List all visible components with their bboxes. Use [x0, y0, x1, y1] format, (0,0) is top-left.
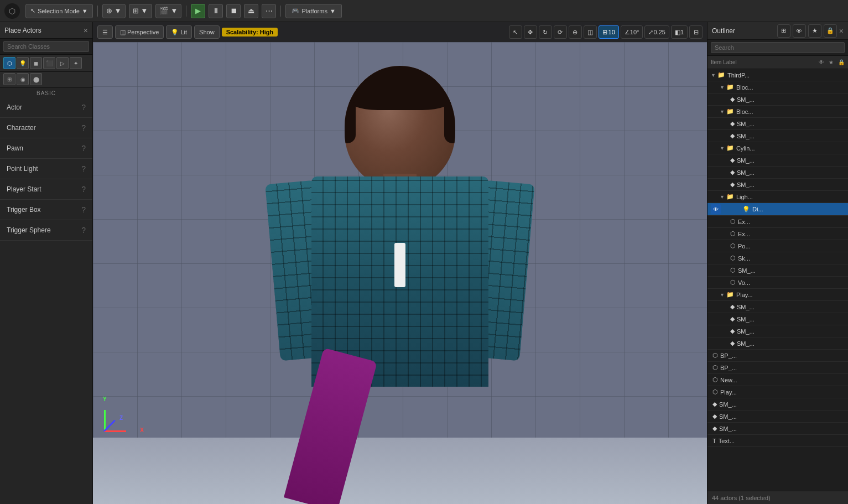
tree-item-sm6[interactable]: ◆ SM_...	[707, 179, 848, 191]
tree-item-ex1[interactable]: ⬡ Ex...	[707, 216, 848, 228]
tree-item-sm5[interactable]: ◆ SM_...	[707, 167, 848, 179]
tree-vis-di[interactable]: 👁	[711, 204, 721, 214]
selection-mode-btn[interactable]: ↖ Selection Mode ▼	[25, 4, 93, 18]
tree-item-ex2[interactable]: ⬡ Ex...	[707, 228, 848, 240]
tree-item-bp2[interactable]: ⬡ BP_...	[707, 362, 848, 374]
snap-btn[interactable]: ⊞ ▼	[129, 4, 152, 18]
eject-btn[interactable]: ⏏	[244, 4, 258, 18]
tree-arrow[interactable]: ▼	[720, 146, 725, 151]
outliner-search-input[interactable]	[711, 42, 845, 53]
scale-value-display: ⤢ 0.25	[644, 25, 669, 39]
outliner-star-btn[interactable]: ★	[808, 24, 821, 38]
orbit-tool-btn[interactable]: ⟳	[554, 25, 567, 39]
filter-extra1-btn[interactable]: ⊞	[3, 73, 15, 85]
tree-item-sm12[interactable]: ◆ SM_...	[707, 398, 848, 411]
tree-item-text1[interactable]: T Text...	[707, 435, 848, 447]
show-btn[interactable]: Show	[194, 25, 220, 39]
tree-item-sm9[interactable]: ◆ SM_...	[707, 313, 848, 325]
actor-item-pawn[interactable]: Pawn ?	[0, 138, 92, 159]
lit-btn[interactable]: 💡 Lit	[166, 25, 192, 39]
tree-item-di[interactable]: 👁 💡 Di...	[707, 203, 848, 216]
tree-name-sk: Sk...	[738, 255, 750, 262]
move-tool-btn[interactable]: ✥	[524, 25, 537, 39]
tree-item-sm7[interactable]: ⬡ SM_...	[707, 264, 848, 277]
search-classes-input[interactable]	[3, 41, 89, 52]
tree-arrow[interactable]: ▼	[711, 72, 716, 78]
build-btn[interactable]: 🎬 ▼	[155, 4, 182, 18]
platforms-btn[interactable]: 🎮 Platforms ▼	[285, 4, 341, 18]
selection-mode-icon: ↖	[30, 7, 35, 14]
actor-item-trigger-sphere[interactable]: Trigger Sphere ?	[0, 220, 92, 241]
perspective-btn[interactable]: ◫ Perspective	[115, 25, 164, 39]
filter-volume-btn[interactable]: ⬛	[43, 57, 55, 69]
add-actor-btn[interactable]: ⊕ ▼	[102, 4, 126, 18]
tree-item-sm13[interactable]: ◆ SM_...	[707, 411, 848, 423]
rotate-tool-btn[interactable]: ↻	[539, 25, 552, 39]
dropdown-arrow: ▼	[82, 8, 88, 14]
tree-icon: ◆	[730, 315, 735, 323]
left-panel: Place Actors × ⬡ 💡 ◼ ⬛ ▷ ✦ ⊞ ◉ ⬤ BASIC A…	[0, 22, 93, 504]
filter-extra2-btn[interactable]: ◉	[17, 73, 29, 85]
layout-btn[interactable]: ⊟	[689, 25, 703, 39]
close-outliner-btn[interactable]: ×	[839, 27, 844, 35]
tree-item-play2[interactable]: ⬡ Play...	[707, 386, 848, 398]
tree-arrow[interactable]: ▼	[720, 109, 725, 115]
tree-arrow[interactable]: ▼	[720, 85, 725, 90]
tree-item-play[interactable]: ▼ 📁 Play...	[707, 289, 848, 301]
world-tool-btn[interactable]: ⊕	[569, 25, 582, 39]
tree-item-thirdp[interactable]: ▼ 📁 ThirdP...	[707, 69, 848, 81]
camera-tool-btn[interactable]: ◫	[584, 25, 597, 39]
tree-item-vo[interactable]: ⬡ Vo...	[707, 277, 848, 289]
tree-item-sk[interactable]: ⬡ Sk...	[707, 252, 848, 264]
actor-item-actor[interactable]: Actor ?	[0, 97, 92, 118]
tree-item-sm3[interactable]: ◆ SM_...	[707, 130, 848, 142]
tree-name-bloc1: Bloc...	[736, 84, 753, 91]
tree-item-sm14[interactable]: ◆ SM_...	[707, 423, 848, 435]
eject-icon: ⏏	[248, 7, 254, 15]
filter-vfx-btn[interactable]: ✦	[70, 57, 82, 69]
filter-all-btn[interactable]: ⬡	[3, 57, 15, 69]
separator-1	[97, 6, 98, 17]
close-left-panel-btn[interactable]: ×	[84, 26, 88, 35]
select-tool-btn[interactable]: ↖	[509, 25, 522, 39]
viewport[interactable]: ☰ ◫ Perspective 💡 Lit Show Scalability: …	[93, 22, 707, 504]
tree-item-po[interactable]: ⬡ Po...	[707, 240, 848, 252]
pause-btn[interactable]: ⏸	[209, 4, 223, 18]
play-btn[interactable]: ▶	[191, 4, 205, 18]
tree-item-sm11[interactable]: ◆ SM_...	[707, 337, 848, 350]
tree-arrow[interactable]: ▼	[720, 194, 725, 200]
platforms-arrow: ▼	[330, 8, 336, 14]
viewport-menu-btn[interactable]: ☰	[97, 25, 113, 39]
actor-item-character[interactable]: Character ?	[0, 118, 92, 138]
actor-item-player-start[interactable]: Player Start ?	[0, 179, 92, 200]
stop-btn[interactable]: ⏹	[226, 4, 241, 18]
tree-item-light[interactable]: ▼ 📁 Ligh...	[707, 191, 848, 203]
outliner-filter-btn[interactable]: ⊞	[777, 24, 790, 38]
tree-item-bloc1[interactable]: ▼ 📁 Bloc...	[707, 81, 848, 93]
more-btn[interactable]: ⋯	[262, 4, 276, 18]
actor-item-point-light[interactable]: Point Light ?	[0, 159, 92, 179]
tree-arrow[interactable]: ▼	[720, 292, 725, 298]
tree-item-sm4[interactable]: ◆ SM_...	[707, 154, 848, 167]
help-icon: ?	[81, 123, 86, 132]
tree-item-bp1[interactable]: ⬡ BP_...	[707, 350, 848, 362]
filter-mesh-btn[interactable]: ◼	[30, 57, 42, 69]
outliner-eye-btn[interactable]: 👁	[793, 24, 806, 38]
tree-item-cylin[interactable]: ▼ 📁 Cylin...	[707, 142, 848, 154]
tree-item-bloc2[interactable]: ▼ 📁 Bloc...	[707, 106, 848, 118]
filter-extra3-btn[interactable]: ⬤	[30, 73, 42, 85]
tree-item-sm10[interactable]: ◆ SM_...	[707, 325, 848, 337]
actor-item-name: Pawn	[7, 144, 23, 152]
tree-item-sm1[interactable]: ◆ SM_...	[707, 93, 848, 106]
tree-item-new1[interactable]: ⬡ New...	[707, 374, 848, 386]
grid-toggle-btn[interactable]: ⊞ 10	[599, 25, 619, 39]
tree-item-sm8[interactable]: ◆ SM_...	[707, 301, 848, 313]
help-icon: ?	[81, 205, 86, 214]
tree-item-sm2[interactable]: ◆ SM_...	[707, 118, 848, 130]
tree-icon: ◆	[712, 413, 717, 420]
filter-light-btn[interactable]: 💡	[17, 57, 29, 69]
outliner-lock-btn[interactable]: 🔒	[824, 24, 837, 38]
hoodie-strings	[394, 243, 405, 287]
actor-item-trigger-box[interactable]: Trigger Box ?	[0, 200, 92, 220]
filter-shape-btn[interactable]: ▷	[56, 57, 69, 69]
